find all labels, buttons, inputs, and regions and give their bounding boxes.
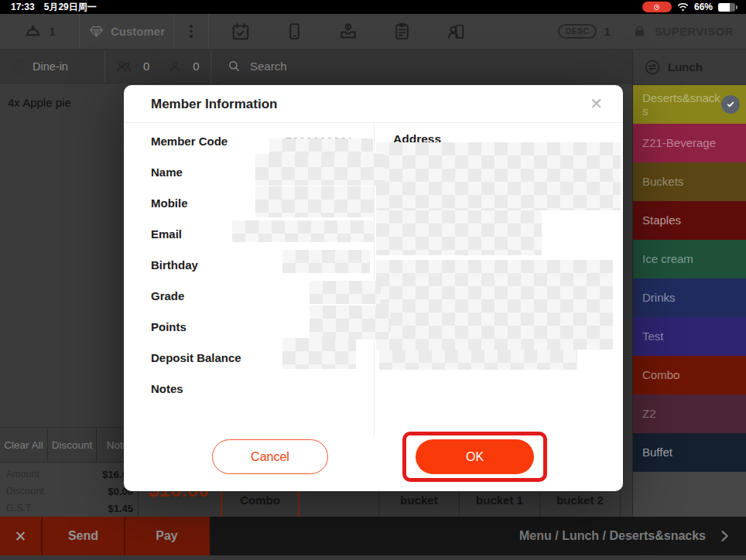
redacted-value-blur [282, 250, 370, 273]
category-item[interactable]: Deserts&snacks [633, 85, 746, 124]
totals-label: G.S.T. [6, 503, 33, 514]
category-item[interactable]: Drinks [633, 278, 746, 317]
current-user[interactable]: SUPERVISOR [655, 25, 734, 38]
lock-icon[interactable] [632, 24, 647, 39]
category-label: Z21-Beverage [642, 136, 716, 149]
category-label: Ice cream [642, 252, 693, 265]
redacted-address-blur [376, 210, 542, 255]
member-fields: Member Code 7000000001 Name Mobile Email [124, 126, 374, 405]
order-action-button[interactable]: Clear All [0, 428, 48, 462]
pay-button[interactable]: Pay [125, 517, 208, 555]
totals-label: Amount [6, 469, 39, 480]
more-kebab-icon [190, 25, 193, 38]
field-label: Grade [151, 281, 184, 312]
toolbar-right: DESC 1 SUPERVISOR [558, 14, 746, 49]
totals-row: Amount $16.00 [6, 466, 133, 483]
member-card-icon[interactable] [446, 22, 466, 42]
dialog-title: Member Information [151, 85, 277, 122]
field-label: Birthday [151, 250, 198, 281]
open-orders-count: 1 [49, 25, 55, 38]
category-item[interactable]: Test [633, 317, 746, 356]
category-item[interactable]: Staples [633, 201, 746, 240]
redacted-value-blur [255, 186, 374, 217]
search-input[interactable] [248, 59, 623, 73]
category-label: Drinks [642, 291, 676, 304]
redacted-address-blur [379, 350, 577, 370]
category-item[interactable]: Buckets [633, 162, 746, 201]
category-item[interactable]: Combo [633, 356, 746, 394]
top-toolbar: 1 Customer [0, 14, 746, 50]
reservation-calendar-icon[interactable] [231, 22, 251, 42]
screen-recording-indicator[interactable] [642, 2, 672, 12]
member-field-row: Mobile [124, 188, 374, 219]
category-label: Test [642, 330, 664, 343]
close-icon: ✕ [15, 528, 27, 545]
member-field-row: Member Code 7000000001 [124, 126, 374, 157]
totals-value: $1.45 [108, 503, 133, 514]
mobile-device-icon[interactable] [285, 22, 304, 41]
battery-icon [718, 3, 735, 12]
open-orders-button[interactable]: 1 [0, 14, 80, 49]
field-label: Notes [151, 374, 183, 405]
member-field-row: Email [124, 219, 374, 250]
menu-switcher[interactable]: Lunch [633, 50, 746, 85]
field-label: Points [151, 312, 186, 343]
date: 5月29日周一 [44, 1, 97, 14]
breadcrumb-bar: Menu / Lunch / Deserts&snacks [210, 517, 746, 555]
customer-diamond-icon [88, 23, 104, 39]
close-icon[interactable]: ✕ [587, 93, 606, 114]
clock: 17:33 [11, 2, 35, 12]
person-icon [167, 59, 183, 74]
bottom-bar: ✕ Send Pay Menu / Lunch / Deserts&snacks [0, 517, 746, 555]
category-item[interactable]: Buffet [633, 433, 746, 472]
breadcrumb: Menu / Lunch / Deserts&snacks [519, 529, 706, 543]
order-type-button[interactable]: Dine-in [0, 50, 105, 83]
order-bar: Dine-in 0 0 [0, 50, 632, 84]
redacted-value-blur [310, 306, 391, 340]
category-label: Buffet [642, 446, 672, 459]
member-information-dialog: Member Information ✕ Member Code 7000000… [124, 85, 623, 491]
field-label: Deposit Balance [151, 343, 241, 374]
category-label: Combo [642, 368, 679, 381]
field-label: Mobile [151, 188, 188, 219]
category-sidebar: Lunch Deserts&snacks Z21-Beverage Bucket… [632, 50, 746, 517]
cancel-button[interactable]: Cancel [212, 439, 328, 474]
cancel-order-button[interactable]: ✕ [0, 517, 43, 555]
dine-in-clipboard-icon [9, 58, 26, 74]
field-label: Email [151, 219, 182, 250]
desc-count: 1 [604, 25, 611, 38]
category-item[interactable]: Ice cream [633, 240, 746, 278]
home-indicator-strip [0, 555, 746, 560]
toolbar-icon-group [209, 14, 558, 49]
chevron-right-icon[interactable] [717, 528, 732, 544]
redacted-value-blur [232, 220, 374, 242]
status-bar: 17:33 5月29日周一 66% [0, 0, 746, 14]
redacted-value-blur [255, 154, 385, 186]
selected-check-icon [721, 95, 740, 114]
customer-button[interactable]: Customer [80, 14, 174, 49]
redacted-value-blur [282, 338, 356, 369]
category-item[interactable]: Z21-Beverage [633, 124, 746, 162]
field-label: Member Code [151, 126, 228, 157]
pos-screen: 17:33 5月29日周一 66% 1 Customer [0, 0, 746, 560]
order-action-button[interactable]: Discount [48, 428, 97, 462]
battery-percent: 66% [694, 2, 713, 12]
guests-icon [115, 58, 133, 75]
search-icon [227, 59, 241, 73]
member-field-row: Name [124, 157, 374, 188]
guest-count: 0 [143, 60, 149, 73]
guest-count-button[interactable]: 0 0 [105, 50, 211, 83]
category-list: Deserts&snacks Z21-Beverage Buckets St [633, 85, 746, 472]
wifi-icon [677, 2, 689, 12]
send-button[interactable]: Send [43, 517, 125, 555]
category-item[interactable]: Z2 [633, 394, 746, 433]
ok-button[interactable]: OK [416, 439, 534, 474]
desc-mode-button[interactable]: DESC [558, 24, 596, 39]
more-menu-button[interactable] [174, 14, 209, 49]
category-label: Staples [642, 213, 681, 227]
redacted-address-blur [376, 142, 621, 210]
totals-row: G.S.T. $1.45 [6, 500, 133, 517]
cash-drawer-icon[interactable] [338, 22, 358, 42]
orders-clipboard-icon[interactable] [392, 22, 412, 41]
menu-swap-icon [644, 59, 661, 76]
